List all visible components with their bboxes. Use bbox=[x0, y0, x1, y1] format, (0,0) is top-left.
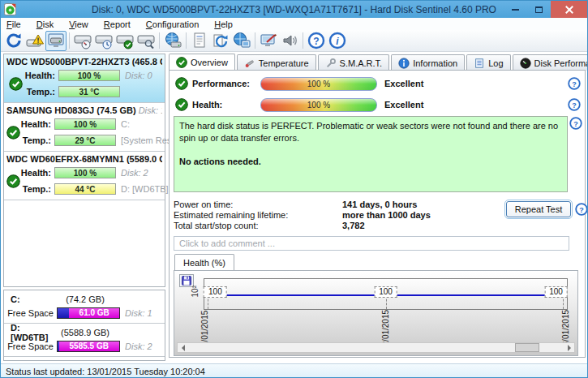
disk-title: WDC WD5000BPVT-22HXZT3 (465.8 GB) bbox=[6, 55, 162, 67]
health-rating: Excellent bbox=[384, 100, 423, 110]
partition-disk-number: Disk: 1 bbox=[125, 308, 152, 318]
information-icon[interactable]: i bbox=[327, 31, 348, 51]
svg-text:?: ? bbox=[313, 36, 319, 47]
chart-plot-area: 100 100 100 bbox=[204, 278, 568, 310]
menu-file[interactable]: File bbox=[6, 19, 21, 29]
maximize-button[interactable] bbox=[527, 1, 551, 18]
network-monitor-icon[interactable] bbox=[231, 31, 252, 51]
tab-temperature[interactable]: Temperature bbox=[237, 54, 316, 71]
status-last-updated: Status last updated: 13/01/2015 Tuesday … bbox=[6, 367, 205, 376]
disk-item-2[interactable]: WDC WD60EFRX-68MYMN1 (5589.0 GB) Health:… bbox=[4, 152, 165, 200]
temp-label: Temp.: bbox=[20, 184, 51, 194]
tab-smart[interactable]: S.M.A.R.T. bbox=[318, 54, 390, 71]
free-space-segment: 5585.5 GB bbox=[59, 341, 119, 351]
partition-disk-number: Disk: 2 bbox=[125, 341, 152, 351]
app-window: Disk: 0, WDC WD5000BPVT-22HXZT3 [WD-WXQ1… bbox=[0, 0, 588, 378]
tab-overview[interactable]: Overview bbox=[169, 54, 235, 71]
scroll-left-icon[interactable] bbox=[178, 343, 188, 352]
chart-scrollbar[interactable] bbox=[177, 342, 575, 353]
disk-title: SAMSUNG HD083GJ (74.5 GB) Disk: 1 bbox=[6, 104, 162, 116]
maximize-icon bbox=[535, 6, 543, 13]
disk-ok-icon bbox=[6, 126, 20, 140]
disk-monitor-icon[interactable] bbox=[45, 31, 67, 51]
globe-disk-icon[interactable] bbox=[162, 31, 183, 51]
partition-item-d[interactable]: D: [WD6TB] (5588.9 GB) Free Space 5585.5… bbox=[4, 324, 165, 357]
chart-tab-health[interactable]: Health (%) bbox=[174, 254, 234, 270]
toolbar-separator bbox=[69, 32, 70, 49]
menu-report[interactable]: Report bbox=[104, 19, 131, 29]
stats-block: Power on time: 141 days, 0 hours Estimat… bbox=[174, 199, 431, 230]
status-text: The hard disk status is PERFECT. Problem… bbox=[179, 120, 562, 144]
health-bar: 100 % bbox=[54, 167, 116, 178]
thermometer-icon bbox=[244, 58, 255, 69]
temp-label: Temp.: bbox=[20, 135, 51, 145]
status-help-icon[interactable]: ? bbox=[569, 117, 582, 130]
health-help-icon[interactable]: ? bbox=[568, 98, 581, 111]
menu-view[interactable]: View bbox=[69, 19, 88, 29]
partition-size: (5588.9 GB) bbox=[53, 328, 118, 337]
toolbar-separator bbox=[186, 32, 187, 49]
stat-start-stop-count: Total start/stop count: 3,782 bbox=[174, 220, 431, 230]
chart-point-label: 100 bbox=[204, 286, 227, 298]
chart-point-label: 100 bbox=[544, 286, 568, 298]
minimize-button[interactable] bbox=[504, 1, 527, 18]
tab-log[interactable]: Log bbox=[466, 54, 510, 71]
disk-check-icon[interactable] bbox=[114, 31, 135, 51]
health-row: Health: 100 % Excellent bbox=[175, 97, 423, 113]
overview-tab-content: Performance: 100 % Excellent ? Health: 1… bbox=[169, 70, 586, 358]
ok-check-icon bbox=[175, 77, 188, 90]
performance-label: Performance: bbox=[192, 79, 260, 88]
refresh-status-icon[interactable] bbox=[3, 31, 24, 51]
disk-search-icon[interactable] bbox=[135, 31, 157, 51]
partition-item-c[interactable]: C: (74.2 GB) Free Space 61.0 GB Disk: 1 bbox=[4, 290, 165, 324]
toolbar: ? i bbox=[1, 30, 587, 52]
chart-point-label: 100 bbox=[374, 286, 397, 298]
minimize-icon bbox=[512, 9, 519, 11]
health-bar: 100 % bbox=[58, 70, 120, 81]
menu-help[interactable]: Help bbox=[214, 19, 233, 29]
info-icon bbox=[398, 58, 410, 69]
log-document-icon bbox=[474, 58, 485, 69]
disk-item-1[interactable]: SAMSUNG HD083GJ (74.5 GB) Disk: 1 Health… bbox=[4, 103, 165, 152]
free-space-label: Free Space bbox=[6, 308, 54, 318]
window-title: Disk: 0, WDC WD5000BPVT-22HXZT3 [WD-WXQ1… bbox=[1, 4, 587, 15]
health-bar: 100 % bbox=[54, 118, 116, 130]
menu-disk[interactable]: Disk bbox=[36, 19, 54, 29]
help-icon[interactable]: ? bbox=[306, 31, 327, 51]
tab-information[interactable]: Information bbox=[391, 54, 465, 71]
monitor-settings-icon[interactable] bbox=[258, 31, 279, 51]
disk-list: WDC WD5000BPVT-22HXZT3 (465.8 GB) Health… bbox=[3, 54, 165, 287]
disk-item-0[interactable]: WDC WD5000BPVT-22HXZT3 (465.8 GB) Health… bbox=[4, 54, 165, 103]
disk-warning-icon[interactable] bbox=[24, 31, 45, 51]
disk-clock-icon[interactable] bbox=[93, 31, 114, 51]
temp-bar: 31 °C bbox=[58, 86, 120, 97]
partition-list: C: (74.2 GB) Free Space 61.0 GB Disk: 1 … bbox=[3, 290, 165, 361]
comment-input[interactable] bbox=[174, 236, 569, 251]
stat-remaining-lifetime: Estimated remaining lifetime: more than … bbox=[174, 209, 431, 220]
svg-text:?: ? bbox=[572, 101, 577, 110]
svg-text:?: ? bbox=[572, 80, 577, 88]
scroll-right-icon[interactable] bbox=[564, 343, 574, 352]
status-text-box: The hard disk status is PERFECT. Problem… bbox=[174, 116, 568, 192]
disk-gauge-icon[interactable] bbox=[72, 31, 93, 51]
repeat-test-button[interactable]: Repeat Test bbox=[506, 201, 571, 217]
health-label: Health: bbox=[20, 119, 51, 129]
toolbar-separator bbox=[159, 32, 160, 49]
repeat-test-help-icon[interactable]: ? bbox=[575, 203, 588, 216]
refresh-report-icon[interactable] bbox=[210, 31, 231, 51]
performance-help-icon[interactable]: ? bbox=[568, 77, 581, 90]
toolbar-separator bbox=[303, 32, 303, 49]
menubar: File Disk View Report Configuration Help bbox=[1, 18, 587, 30]
svg-text:?: ? bbox=[579, 206, 584, 214]
disk-title: WDC WD60EFRX-68MYMN1 (5589.0 GB) bbox=[6, 152, 162, 165]
tab-disk-performance[interactable]: Disk Performance bbox=[513, 54, 588, 71]
menu-configuration[interactable]: Configuration bbox=[146, 19, 199, 29]
titlebar: Disk: 0, WDC WD5000BPVT-22HXZT3 [WD-WXQ1… bbox=[1, 1, 587, 18]
free-space-bar: 61.0 GB bbox=[57, 307, 120, 319]
health-label: Health: bbox=[20, 168, 51, 178]
report-document-icon[interactable] bbox=[189, 31, 210, 51]
scrollbar-thumb[interactable] bbox=[515, 343, 539, 352]
free-space-segment: 61.0 GB bbox=[69, 308, 119, 318]
close-button[interactable] bbox=[551, 1, 587, 18]
speaker-icon[interactable] bbox=[279, 31, 300, 51]
